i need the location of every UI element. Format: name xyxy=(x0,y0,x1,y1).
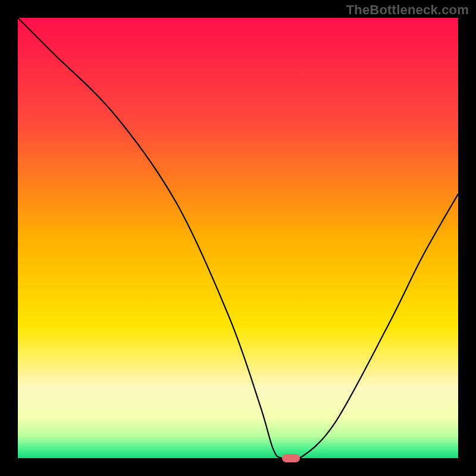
bottleneck-curve xyxy=(18,18,458,458)
optimal-marker xyxy=(282,454,300,462)
watermark-text: TheBottleneck.com xyxy=(346,2,469,18)
plot-area xyxy=(18,18,458,458)
chart-frame: TheBottleneck.com xyxy=(0,0,476,476)
